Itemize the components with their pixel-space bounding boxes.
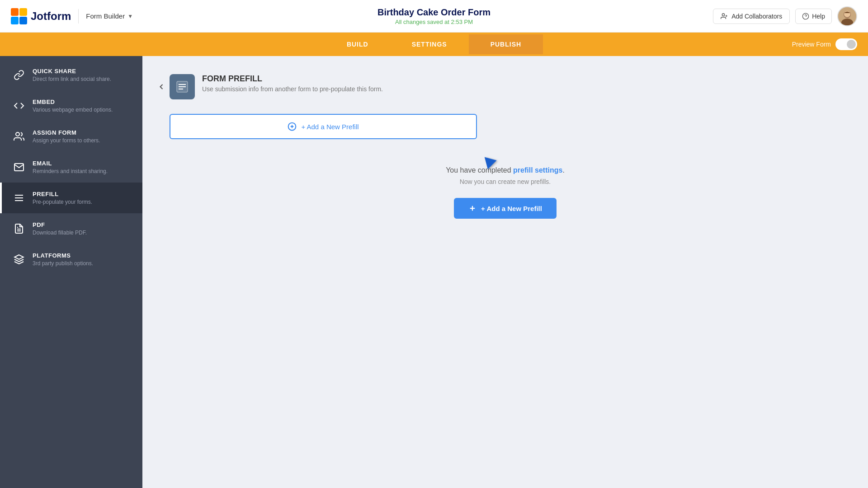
link-icon xyxy=(13,69,25,81)
nav-bar: BUILD SETTINGS PUBLISH Preview Form xyxy=(0,33,868,56)
sidebar-text-assign-form: ASSIGN FORM Assign your forms to others. xyxy=(33,129,100,144)
completed-section: You have completed prefill settings. Now… xyxy=(170,166,841,219)
preview-form-toggle[interactable] xyxy=(835,38,857,50)
pdf-icon xyxy=(13,222,25,235)
add-prefill-outline-label: + Add a New Prefill xyxy=(301,123,359,131)
prefill-settings-link[interactable]: prefill settings xyxy=(513,166,562,174)
sidebar-item-prefill[interactable]: PREFILL Pre-populate your forms. xyxy=(0,183,142,213)
logo-icon xyxy=(11,8,27,24)
form-prefill-icon xyxy=(175,80,189,94)
svg-marker-19 xyxy=(14,255,24,259)
prefill-title: FORM PREFILL xyxy=(202,74,383,84)
svg-point-4 xyxy=(722,14,724,16)
sidebar-text-embed: EMBED Various webpage embed options. xyxy=(33,99,113,113)
completed-subtext: Now you can create new prefills. xyxy=(170,178,841,185)
sidebar-item-quick-share[interactable]: QUICK SHARE Direct form link and social … xyxy=(0,60,142,90)
nav-tabs: BUILD SETTINGS PUBLISH xyxy=(325,34,543,54)
svg-point-13 xyxy=(16,132,19,136)
header-left: Jotform Form Builder ▼ xyxy=(11,8,133,24)
logo-text: Jotform xyxy=(31,10,71,23)
add-collaborators-label: Add Collaborators xyxy=(731,13,782,20)
preview-form-area: Preview Form xyxy=(792,38,857,50)
sidebar-text-pdf: PDF Download fillable PDF. xyxy=(33,221,87,236)
header: Jotform Form Builder ▼ Birthday Cake Ord… xyxy=(0,0,868,33)
sidebar-text-email: EMAIL Reminders and instant sharing. xyxy=(33,160,108,174)
code-icon xyxy=(13,99,25,112)
content-area: FORM PREFILL Use submission info from an… xyxy=(142,56,868,488)
prefill-panel: FORM PREFILL Use submission info from an… xyxy=(142,56,868,488)
prefill-icon-box xyxy=(170,74,195,99)
svg-rect-2 xyxy=(11,17,19,24)
svg-rect-1 xyxy=(19,8,27,16)
plus-circle-icon xyxy=(288,122,297,131)
add-prefill-solid-button[interactable]: + Add a New Prefill xyxy=(454,198,557,219)
completed-text: You have completed prefill settings. xyxy=(170,166,841,174)
logo[interactable]: Jotform xyxy=(11,8,71,24)
tab-build[interactable]: BUILD xyxy=(325,34,390,54)
tab-settings[interactable]: SETTINGS xyxy=(390,34,469,54)
layers-icon xyxy=(13,253,25,266)
help-icon xyxy=(802,13,809,20)
prefill-title-area: FORM PREFILL Use submission info from an… xyxy=(202,74,383,93)
saved-status: All changes saved at 2:53 PM xyxy=(377,19,491,25)
header-divider xyxy=(78,9,79,23)
help-label: Help xyxy=(812,13,825,20)
add-prefill-solid-label: + Add a New Prefill xyxy=(481,205,542,212)
prefill-icon xyxy=(13,192,25,204)
avatar-image xyxy=(838,7,856,25)
svg-rect-3 xyxy=(19,17,27,24)
form-builder-label: Form Builder xyxy=(86,12,125,20)
sidebar-text-quick-share: QUICK SHARE Direct form link and social … xyxy=(33,68,111,82)
help-button[interactable]: Help xyxy=(795,9,832,24)
add-collaborators-button[interactable]: Add Collaborators xyxy=(713,9,790,24)
prefill-header: FORM PREFILL Use submission info from an… xyxy=(170,74,841,99)
sidebar-text-prefill: PREFILL Pre-populate your forms. xyxy=(33,191,92,205)
svg-rect-0 xyxy=(11,8,19,16)
plus-icon xyxy=(468,204,476,212)
sidebar-item-embed[interactable]: EMBED Various webpage embed options. xyxy=(0,90,142,121)
sidebar-item-email[interactable]: EMAIL Reminders and instant sharing. xyxy=(0,152,142,183)
sidebar-item-pdf[interactable]: PDF Download fillable PDF. xyxy=(0,213,142,244)
person-plus-icon xyxy=(721,13,728,20)
form-builder-button[interactable]: Form Builder ▼ xyxy=(86,12,133,20)
sidebar-text-platforms: PLATFORMS 3rd party publish options. xyxy=(33,252,93,267)
users-icon xyxy=(13,130,25,143)
sidebar: QUICK SHARE Direct form link and social … xyxy=(0,56,142,488)
main-content: QUICK SHARE Direct form link and social … xyxy=(0,56,868,488)
prefill-subtitle: Use submission info from another form to… xyxy=(202,85,383,93)
preview-form-label: Preview Form xyxy=(792,41,831,48)
header-right: Add Collaborators Help xyxy=(713,6,857,26)
add-prefill-outline-button[interactable]: + Add a New Prefill xyxy=(170,114,477,139)
form-title: Birthday Cake Order Form xyxy=(377,7,491,18)
user-avatar[interactable] xyxy=(837,6,857,26)
back-button[interactable] xyxy=(153,79,170,95)
tab-publish[interactable]: PUBLISH xyxy=(469,34,543,54)
header-center: Birthday Cake Order Form All changes sav… xyxy=(377,7,491,25)
mail-icon xyxy=(13,161,25,174)
sidebar-item-assign-form[interactable]: ASSIGN FORM Assign your forms to others. xyxy=(0,121,142,152)
chevron-down-icon: ▼ xyxy=(127,13,133,19)
sidebar-item-platforms[interactable]: PLATFORMS 3rd party publish options. xyxy=(0,244,142,275)
